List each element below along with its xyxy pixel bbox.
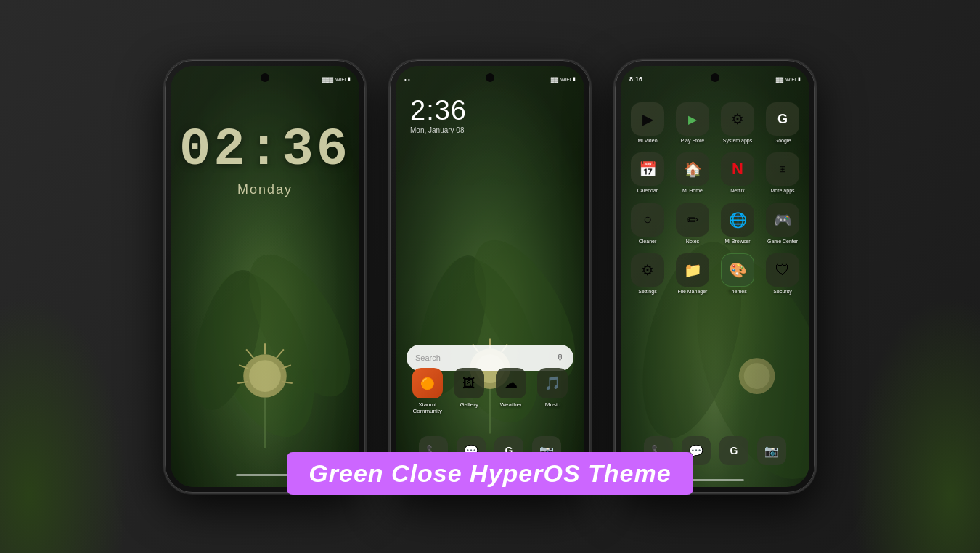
volume-up-button-3	[613, 165, 615, 202]
signal-icon-2: ▓▓	[551, 77, 558, 82]
mihome-label: Mi Home	[682, 188, 703, 194]
mute-button	[163, 133, 165, 155]
phone-1-background: ▓▓▓ WiFi ▮ 02:36 Monday	[171, 66, 359, 487]
phone-1-notch	[261, 73, 269, 82]
phone-3-time: 8:16	[629, 75, 642, 83]
phone-1-time: 02:36	[179, 124, 351, 176]
mibrowser-icon: 🌐	[721, 203, 754, 237]
phone-1-status-icons: ▓▓▓ WiFi ▮	[322, 76, 351, 82]
themes-icon: 🎨	[721, 253, 754, 287]
volume-up-button	[163, 165, 165, 202]
music-label: Music	[545, 401, 560, 408]
search-bar[interactable]: Search 🎙	[407, 345, 573, 371]
grid-app-netflix[interactable]: N Netflix	[718, 152, 757, 194]
gamecenter-icon: 🎮	[766, 203, 799, 237]
filemanager-icon: 📁	[676, 253, 709, 287]
google-label: Google	[775, 138, 791, 144]
phone-2-screen: • • ▓▓ WiFi ▮ 2:36 Mon, January 08 Searc…	[396, 66, 584, 487]
grid-app-mivideo[interactable]: ▶ Mi Video	[628, 102, 667, 144]
grid-app-calendar[interactable]: 📅 Calendar	[628, 152, 667, 194]
phone-2-background: • • ▓▓ WiFi ▮ 2:36 Mon, January 08 Searc…	[396, 66, 584, 487]
themes-label: Themes	[728, 289, 746, 295]
phone-1-screen: ▓▓▓ WiFi ▮ 02:36 Monday	[171, 66, 359, 487]
filemanager-label: File Manager	[678, 289, 708, 295]
moreapps-icon: ⊞	[766, 152, 799, 186]
phone-3-app-grid: ▶ Mi Video ▶ Play Store ⚙ System apps G …	[628, 102, 802, 295]
grid-app-playstore[interactable]: ▶ Play Store	[673, 102, 712, 144]
grid-app-sysapps[interactable]: ⚙ System apps	[718, 102, 757, 144]
wifi-icon-2: WiFi	[560, 77, 571, 82]
settings-icon: ⚙	[631, 253, 664, 287]
battery-icon: ▮	[348, 76, 351, 82]
mihome-icon: 🏠	[676, 152, 709, 186]
volume-down-button	[163, 209, 165, 245]
playstore-label: Play Store	[681, 138, 704, 144]
battery-icon-2: ▮	[573, 76, 576, 82]
phone-2-date: Mon, January 08	[410, 126, 467, 134]
bg-decoration-left	[0, 263, 145, 553]
phone-2-homescreen: • • ▓▓ WiFi ▮ 2:36 Mon, January 08 Searc…	[388, 59, 592, 494]
app-xiaomi-community[interactable]: 🟠 XiaomiCommunity	[412, 368, 443, 414]
weather-label: Weather	[500, 401, 522, 408]
netflix-label: Netflix	[730, 188, 744, 194]
phones-container: ▓▓▓ WiFi ▮ 02:36 Monday	[0, 0, 980, 553]
grid-app-mibrowser[interactable]: 🌐 Mi Browser	[718, 203, 757, 245]
google-icon: G	[766, 102, 799, 136]
notes-icon: ✏	[676, 203, 709, 237]
signal-icon: ▓▓▓	[322, 77, 333, 82]
app-gallery[interactable]: 🖼 Gallery	[454, 368, 484, 414]
phone-1-clock: 02:36 Monday	[179, 124, 351, 197]
app-music[interactable]: 🎵 Music	[537, 368, 568, 414]
phone-2-app-row: 🟠 XiaomiCommunity 🖼 Gallery ☁ Weather 🎵 …	[407, 368, 573, 414]
gamecenter-label: Game Center	[767, 239, 798, 245]
weather-icon: ☁	[496, 368, 526, 398]
cleaner-icon: ○	[631, 203, 664, 237]
gallery-icon: 🖼	[454, 368, 484, 398]
grid-app-google[interactable]: G Google	[763, 102, 802, 144]
volume-down-button-3	[613, 209, 615, 245]
mivideo-icon: ▶	[631, 102, 664, 136]
grid-app-filemanager[interactable]: 📁 File Manager	[673, 253, 712, 295]
grid-app-mihome[interactable]: 🏠 Mi Home	[673, 152, 712, 194]
grid-app-gamecenter[interactable]: 🎮 Game Center	[763, 203, 802, 245]
volume-down-button-2	[388, 209, 390, 245]
grid-app-settings[interactable]: ⚙ Settings	[628, 253, 667, 295]
phone-1-day: Monday	[179, 182, 351, 197]
wifi-icon-3: WiFi	[785, 77, 796, 82]
music-icon: 🎵	[537, 368, 568, 398]
battery-icon-3: ▮	[798, 76, 801, 82]
grid-app-themes[interactable]: 🎨 Themes	[718, 253, 757, 295]
phone-2-time: 2:36	[410, 95, 467, 126]
signal-icon-3: ▓▓	[776, 77, 783, 82]
volume-up-button-2	[388, 165, 390, 202]
calendar-label: Calendar	[637, 188, 658, 194]
grid-app-security[interactable]: 🛡 Security	[763, 253, 802, 295]
settings-label: Settings	[638, 289, 656, 295]
grid-app-notes[interactable]: ✏ Notes	[673, 203, 712, 245]
title-text: Green Close HyperOS Theme	[287, 452, 693, 495]
playstore-icon: ▶	[676, 102, 709, 136]
notes-label: Notes	[686, 239, 699, 245]
app-weather[interactable]: ☁ Weather	[496, 368, 526, 414]
power-button	[365, 147, 367, 184]
calendar-icon: 📅	[631, 152, 664, 186]
phone-2-status-icons: ▓▓ WiFi ▮	[551, 76, 576, 82]
netflix-icon: N	[721, 152, 754, 186]
phone-2-dots: • •	[404, 76, 410, 83]
microphone-icon: 🎙	[556, 353, 565, 363]
gallery-label: Gallery	[460, 401, 478, 408]
grid-app-moreapps[interactable]: ⊞ More apps	[763, 152, 802, 194]
mibrowser-label: Mi Browser	[724, 239, 750, 245]
cleaner-label: Cleaner	[639, 239, 657, 245]
wifi-icon: WiFi	[335, 77, 346, 82]
phone-2-notch	[486, 73, 494, 82]
svg-point-5	[249, 360, 281, 392]
power-button-3	[815, 147, 817, 184]
xiaomi-community-label: XiaomiCommunity	[413, 401, 442, 414]
mute-button-2	[388, 133, 390, 155]
phone-3-appgrid: 8:16 ▓▓ WiFi ▮ ▶ Mi Video ▶	[613, 59, 817, 494]
security-label: Security	[773, 289, 791, 295]
security-icon: 🛡	[766, 253, 799, 287]
mivideo-label: Mi Video	[637, 138, 657, 144]
grid-app-cleaner[interactable]: ○ Cleaner	[628, 203, 667, 245]
